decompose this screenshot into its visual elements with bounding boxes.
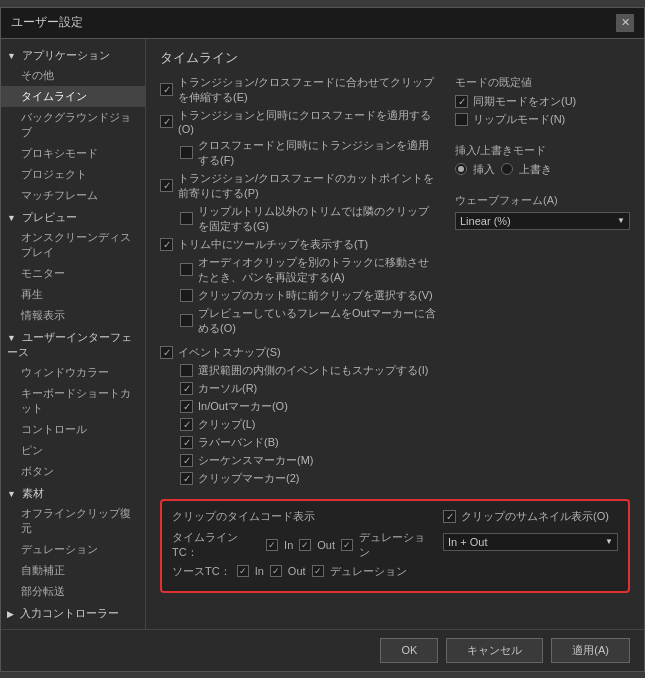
checkbox-thumbnail[interactable] bbox=[443, 510, 456, 523]
tl-dec-label: デュレーション bbox=[359, 530, 433, 560]
sidebar-item-other[interactable]: その他 bbox=[1, 65, 145, 86]
checkbox-row-thumbnail: クリップのサムネイル表示(O) bbox=[443, 509, 618, 524]
checkbox-src-out[interactable] bbox=[270, 565, 282, 577]
checkbox-cb9[interactable] bbox=[180, 314, 193, 327]
label-cb5: リップルトリム以外のトリムでは隣のクリップを固定する(G) bbox=[198, 204, 439, 234]
label-cb4: トランジション/クロスフェードのカットポイントを前寄りにする(P) bbox=[178, 171, 439, 201]
sidebar-group-ui: ▼ ユーザーインターフェース bbox=[1, 326, 145, 362]
cancel-button[interactable]: キャンセル bbox=[446, 638, 543, 663]
thumbnail-dropdown[interactable]: In + Out ▼ bbox=[443, 533, 618, 551]
label-insert: 挿入 bbox=[473, 162, 495, 177]
waveform-value: Linear (%) bbox=[460, 215, 511, 227]
radio-overwrite[interactable] bbox=[501, 163, 513, 175]
checkbox-row-esnap1: 選択範囲の内側のイベントにもスナップする(I) bbox=[160, 363, 439, 378]
radio-insert[interactable] bbox=[455, 163, 467, 175]
label-cb2: トランジションと同時にクロスフェードを適用する(O) bbox=[178, 108, 439, 135]
checkbox-row-cb2: トランジションと同時にクロスフェードを適用する(O) bbox=[160, 108, 439, 135]
close-button[interactable]: ✕ bbox=[616, 14, 634, 32]
checkbox-esnap7[interactable] bbox=[180, 472, 193, 485]
tl-in-label: In bbox=[284, 539, 293, 551]
label-esnap2: カーソル(R) bbox=[198, 381, 257, 396]
highlight-inner: クリップのタイムコード表示 タイムラインTC： In Out デュレーション bbox=[172, 509, 618, 583]
sidebar-item-monitor[interactable]: モニター bbox=[1, 263, 145, 284]
sidebar-item-keyboard[interactable]: キーボードショートカット bbox=[1, 383, 145, 419]
sidebar-item-button[interactable]: ボタン bbox=[1, 461, 145, 482]
checkbox-tl-in[interactable] bbox=[266, 539, 278, 551]
apply-button[interactable]: 適用(A) bbox=[551, 638, 630, 663]
checkbox-esnap2[interactable] bbox=[180, 382, 193, 395]
checkbox-esnap5[interactable] bbox=[180, 436, 193, 449]
waveform-dropdown[interactable]: Linear (%) ▼ bbox=[455, 212, 630, 230]
checkbox-cb1[interactable] bbox=[160, 83, 173, 96]
label-cb8: クリップのカット時に前クリップを選択する(V) bbox=[198, 288, 433, 303]
sidebar-group-preview: ▼ プレビュー bbox=[1, 206, 145, 227]
mode-title: モードの既定値 bbox=[455, 75, 630, 90]
checkbox-esnap4[interactable] bbox=[180, 418, 193, 431]
checkbox-row-cb8: クリップのカット時に前クリップを選択する(V) bbox=[160, 288, 439, 303]
checkbox-cb5[interactable] bbox=[180, 212, 193, 225]
sidebar-item-window-color[interactable]: ウィンドウカラー bbox=[1, 362, 145, 383]
checkbox-mode1[interactable] bbox=[455, 95, 468, 108]
checkbox-row-eventsnap: イベントスナップ(S) bbox=[160, 345, 439, 360]
sidebar-item-matchframe[interactable]: マッチフレーム bbox=[1, 185, 145, 206]
checkbox-row-cb3: クロスフェードと同時にトランジションを適用する(F) bbox=[160, 138, 439, 168]
top-section: トランジション/クロスフェードに合わせてクリップを伸縮する(E) トランジション… bbox=[160, 75, 630, 489]
ok-button[interactable]: OK bbox=[380, 638, 438, 663]
checkbox-cb6[interactable] bbox=[160, 238, 173, 251]
checkbox-cb8[interactable] bbox=[180, 289, 193, 302]
sidebar-item-pin[interactable]: ピン bbox=[1, 440, 145, 461]
sidebar-item-timeline[interactable]: タイムライン bbox=[1, 86, 145, 107]
thumbnail-value: In + Out bbox=[448, 536, 487, 548]
checkbox-row-esnap5: ラバーバンド(B) bbox=[160, 435, 439, 450]
tc-title: クリップのタイムコード表示 bbox=[172, 509, 433, 524]
mode-group: モードの既定値 同期モードをオン(U) リップルモード(N) bbox=[455, 75, 630, 127]
sidebar-item-onscreen[interactable]: オンスクリーンディスプレイ bbox=[1, 227, 145, 263]
checkbox-src-in[interactable] bbox=[237, 565, 249, 577]
checkbox-cb3[interactable] bbox=[180, 146, 193, 159]
radio-row-insert: 挿入 上書き bbox=[455, 162, 630, 177]
checkbox-eventsnap[interactable] bbox=[160, 346, 173, 359]
checkbox-cb4[interactable] bbox=[160, 179, 173, 192]
sidebar-item-auto[interactable]: 自動補正 bbox=[1, 560, 145, 581]
label-mode1: 同期モードをオン(U) bbox=[473, 94, 576, 109]
waveform-group: ウェーブフォーム(A) Linear (%) ▼ bbox=[455, 193, 630, 230]
checkbox-tl-out[interactable] bbox=[299, 539, 311, 551]
insert-group: 挿入/上書きモード 挿入 上書き bbox=[455, 143, 630, 177]
main-panel: タイムライン トランジション/クロスフェードに合わせてクリップを伸縮する(E) … bbox=[146, 39, 644, 629]
checkbox-cb2[interactable] bbox=[160, 115, 173, 128]
highlight-box: クリップのタイムコード表示 タイムラインTC： In Out デュレーション bbox=[160, 499, 630, 593]
checkbox-esnap3[interactable] bbox=[180, 400, 193, 413]
sidebar-item-proxy[interactable]: プロキシモード bbox=[1, 143, 145, 164]
sidebar-group-input: ▶ 入力コントローラー bbox=[1, 602, 145, 623]
label-esnap5: ラバーバンド(B) bbox=[198, 435, 279, 450]
checkbox-tl-dec[interactable] bbox=[341, 539, 353, 551]
checkbox-mode2[interactable] bbox=[455, 113, 468, 126]
checkbox-row-cb6: トリム中にツールチップを表示する(T) bbox=[160, 237, 439, 252]
sidebar-item-control[interactable]: コントロール bbox=[1, 419, 145, 440]
left-column: トランジション/クロスフェードに合わせてクリップを伸縮する(E) トランジション… bbox=[160, 75, 439, 489]
checkbox-esnap6[interactable] bbox=[180, 454, 193, 467]
checkbox-row-esnap3: In/Outマーカー(O) bbox=[160, 399, 439, 414]
sidebar-item-playback[interactable]: 再生 bbox=[1, 284, 145, 305]
tc-label-source: ソースTC： bbox=[172, 564, 231, 579]
tl-out-label: Out bbox=[317, 539, 335, 551]
sidebar-item-deceleration[interactable]: デュレーション bbox=[1, 539, 145, 560]
sidebar-item-info[interactable]: 情報表示 bbox=[1, 305, 145, 326]
sidebar-item-project[interactable]: プロジェクト bbox=[1, 164, 145, 185]
checkbox-row-cb5: リップルトリム以外のトリムでは隣のクリップを固定する(G) bbox=[160, 204, 439, 234]
sidebar-item-offline[interactable]: オフラインクリップ復元 bbox=[1, 503, 145, 539]
checkbox-row-cb7: オーディオクリップを別のトラックに移動させたとき、パンを再設定する(A) bbox=[160, 255, 439, 285]
label-cb7: オーディオクリップを別のトラックに移動させたとき、パンを再設定する(A) bbox=[198, 255, 439, 285]
label-cb9: プレビューしているフレームをOutマーカーに含める(O) bbox=[198, 306, 439, 336]
label-esnap1: 選択範囲の内側のイベントにもスナップする(I) bbox=[198, 363, 428, 378]
section-title: タイムライン bbox=[160, 49, 630, 67]
sidebar-item-partial[interactable]: 部分転送 bbox=[1, 581, 145, 602]
sidebar-item-background[interactable]: バックグラウンドジョブ bbox=[1, 107, 145, 143]
triangle-icon: ▼ bbox=[7, 213, 16, 223]
checkbox-esnap1[interactable] bbox=[180, 364, 193, 377]
src-out-label: Out bbox=[288, 565, 306, 577]
dropdown-arrow-icon: ▼ bbox=[605, 537, 613, 546]
checkbox-src-dec[interactable] bbox=[312, 565, 324, 577]
src-in-label: In bbox=[255, 565, 264, 577]
checkbox-cb7[interactable] bbox=[180, 263, 193, 276]
